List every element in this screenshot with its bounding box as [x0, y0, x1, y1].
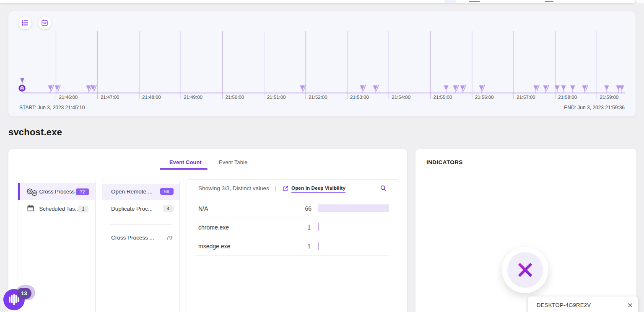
svg-text:21:52:00: 21:52:00: [309, 95, 327, 100]
svg-text:21:51:00: 21:51:00: [267, 95, 286, 100]
svg-text:21:47:00: 21:47:00: [101, 95, 119, 100]
svg-text:21:53:00: 21:53:00: [350, 95, 369, 100]
svg-text:21:57:00: 21:57:00: [517, 95, 535, 100]
svg-text:21:46:00: 21:46:00: [59, 95, 78, 100]
svg-text:21:59:00: 21:59:00: [600, 95, 619, 100]
svg-text:21:49:00: 21:49:00: [184, 95, 203, 100]
svg-text:21:54:00: 21:54:00: [392, 95, 410, 100]
svg-text:21:48:00: 21:48:00: [142, 95, 161, 100]
svg-text:21:50:00: 21:50:00: [225, 95, 244, 100]
svg-text:21:56:00: 21:56:00: [475, 95, 494, 100]
svg-text:21:55:00: 21:55:00: [434, 95, 452, 100]
svg-text:21:58:00: 21:58:00: [558, 95, 577, 100]
